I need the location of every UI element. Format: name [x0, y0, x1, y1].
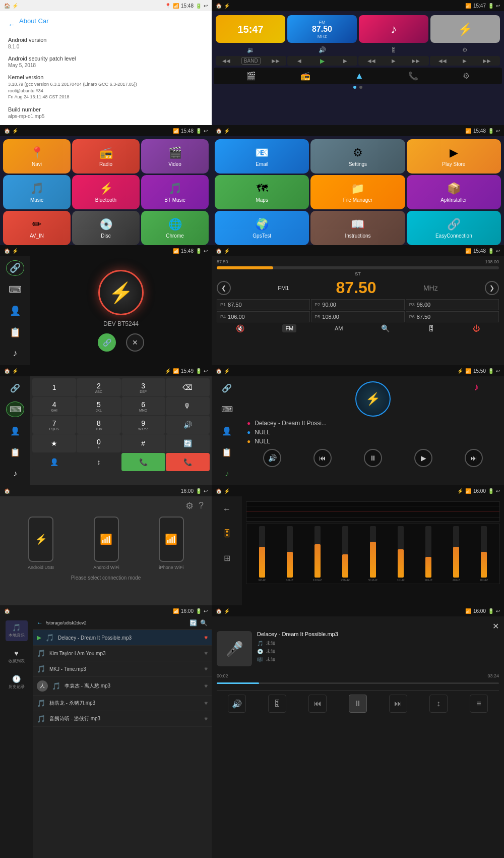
- conn-settings-btn[interactable]: ⚙: [185, 500, 194, 511]
- repeat-ctrl-btn[interactable]: ↕: [429, 695, 448, 713]
- dial-key-3[interactable]: 3DEF: [121, 378, 165, 396]
- dial-key-0[interactable]: 0+: [77, 434, 120, 452]
- power-radio-btn[interactable]: ⏻: [473, 324, 480, 332]
- playback-progress[interactable]: [217, 682, 499, 684]
- android-usb-option[interactable]: ⚡ Android USB: [28, 517, 54, 570]
- dial-key-refresh[interactable]: 🔄: [166, 434, 210, 452]
- back-button[interactable]: ←: [8, 21, 15, 29]
- eq-radio-btn[interactable]: 🎛: [428, 324, 435, 332]
- nav-film-icon[interactable]: 🎬: [246, 71, 256, 81]
- back-p8[interactable]: ↩: [496, 368, 500, 374]
- eq-back-icon[interactable]: ←: [218, 500, 236, 519]
- bluetooth-tile[interactable]: ⚡: [430, 15, 500, 43]
- next-station-btn[interactable]: ❯: [485, 281, 499, 295]
- back-p4[interactable]: ↩: [496, 128, 500, 134]
- dial-key-7[interactable]: 7PQRS: [32, 416, 76, 434]
- prev-ctrl-btn[interactable]: ⏮: [308, 695, 327, 713]
- dial-contacts-icon[interactable]: 👤: [6, 423, 24, 438]
- dial-key-1[interactable]: 1: [32, 378, 76, 396]
- volume-ctrl-btn[interactable]: 🔊: [228, 695, 246, 713]
- eq-bar-256hz[interactable]: 256HZ: [332, 526, 358, 582]
- bt-next-btn[interactable]: ⏭: [465, 449, 483, 467]
- back-p10[interactable]: ↩: [496, 488, 500, 494]
- more-ctrl-btn[interactable]: ≡: [470, 695, 488, 713]
- dial-link-icon[interactable]: 🔗: [6, 380, 24, 395]
- track-2-heart[interactable]: ♥: [204, 650, 208, 657]
- home-icon-p9[interactable]: 🏠: [4, 488, 10, 494]
- nav-settings-icon[interactable]: ⚙: [463, 71, 470, 81]
- eq-bar-2khz[interactable]: 2KHZ: [415, 526, 442, 582]
- bt-music-icon[interactable]: ♪: [6, 346, 24, 361]
- mute-btn[interactable]: 🔇: [236, 324, 244, 332]
- track-5[interactable]: 🎵 杨浩龙 - 杀猪刀.mp3 ♥: [33, 696, 212, 711]
- preset-p4[interactable]: P4 106.00: [217, 311, 310, 322]
- track-4-heart[interactable]: ♥: [204, 682, 208, 690]
- bt-link-icon[interactable]: 🔗: [6, 260, 24, 276]
- eq-bar-32hz[interactable]: 32HZ: [248, 526, 275, 582]
- nav-home-icon[interactable]: ▲: [355, 71, 364, 81]
- preset-p5[interactable]: P5 108.00: [311, 311, 404, 322]
- back-p12[interactable]: ↩: [496, 608, 500, 614]
- fm-mode-btn[interactable]: FM: [282, 324, 296, 332]
- power-btn[interactable]: ◀◀ ▶ ▶▶: [430, 56, 500, 66]
- dial-key-9[interactable]: 9WXYZ: [121, 416, 165, 434]
- fm-tile[interactable]: FM 87.50 MHz: [287, 15, 357, 43]
- app-gpstest[interactable]: 🌍 GpsTest: [215, 211, 309, 245]
- bt-history-icon[interactable]: 📋: [6, 324, 24, 339]
- bt-disconnect-btn[interactable]: ✕: [126, 333, 144, 352]
- btm-link-icon[interactable]: 🔗: [218, 380, 236, 395]
- preset-p6[interactable]: P6 87.50: [406, 311, 499, 322]
- bt-vol-btn[interactable]: 🔊: [263, 449, 281, 467]
- dial-key-mic[interactable]: 🎙: [166, 397, 210, 415]
- refresh-btn[interactable]: 🔄: [190, 619, 197, 626]
- dial-key-8[interactable]: 8TUV: [77, 416, 120, 434]
- dial-key-star[interactable]: ★: [32, 434, 76, 452]
- home-icon-p11[interactable]: 🏠: [4, 608, 10, 614]
- history-tab[interactable]: 🕐 历史记录: [6, 672, 28, 693]
- app-maps[interactable]: 🗺 Maps: [215, 175, 309, 209]
- search-music-btn[interactable]: 🔍: [200, 619, 208, 626]
- seek-bar[interactable]: [217, 266, 499, 269]
- app-easyconnection[interactable]: 🔗 EasyConnection: [407, 211, 501, 245]
- btm-music-icon[interactable]: ♪: [218, 466, 236, 481]
- home-icon-p7[interactable]: 🏠: [4, 368, 10, 374]
- eq-bar-8khz[interactable]: 8KHZ: [471, 526, 497, 582]
- home-icon-p6[interactable]: 🏠: [216, 248, 222, 254]
- dial-end-btn[interactable]: 📞: [166, 453, 210, 471]
- home-icon-p10[interactable]: 🏠: [216, 488, 222, 494]
- bt-play-btn[interactable]: ▶: [414, 449, 432, 467]
- iphone-wifi-option[interactable]: 📶 iPhone WiFi: [159, 517, 184, 570]
- prev-station-btn[interactable]: ❮: [217, 281, 231, 295]
- dial-history-icon[interactable]: 📋: [6, 444, 24, 460]
- back-p3[interactable]: ↩: [204, 128, 208, 134]
- dial-key-transfer[interactable]: ↕: [77, 453, 120, 471]
- back-p7[interactable]: ↩: [204, 368, 208, 374]
- track-4[interactable]: 人 🎵 李袁杰 - 离人愁.mp3 ♥: [33, 677, 212, 696]
- next-track-btn[interactable]: ◀◀ ▶ ▶▶: [358, 56, 429, 66]
- music-tile[interactable]: ♪: [359, 15, 428, 43]
- nav-radio-icon[interactable]: 📻: [300, 71, 310, 81]
- dial-keypad-icon[interactable]: ⌨: [6, 402, 24, 417]
- preset-p1[interactable]: P1 87.50: [217, 299, 310, 310]
- settings-btn[interactable]: ⚙: [430, 45, 500, 55]
- eq-extra-icon[interactable]: ⊞: [218, 549, 236, 567]
- track-6[interactable]: 🎵 音阙诗听 - 游侠行.mp3 ♥: [33, 711, 212, 727]
- app-avin[interactable]: ✏ AV_IN: [3, 211, 71, 245]
- eq-btn[interactable]: 🎛: [358, 45, 429, 55]
- volume-up-btn[interactable]: 🔊: [287, 45, 358, 55]
- home-icon-p5[interactable]: 🏠: [4, 248, 10, 254]
- app-instructions[interactable]: 📖 Instructions: [310, 211, 405, 245]
- bt-prev-btn[interactable]: ⏮: [313, 449, 332, 467]
- track-3-heart[interactable]: ♥: [204, 665, 208, 672]
- android-wifi-option[interactable]: 📶 Android WiFi: [93, 517, 119, 570]
- bt-contacts-icon[interactable]: 👤: [6, 303, 24, 318]
- bt-connect-btn[interactable]: 🔗: [98, 333, 116, 352]
- dial-music-icon[interactable]: ♪: [6, 466, 24, 481]
- bt-dialpad-icon[interactable]: ⌨: [6, 282, 24, 297]
- eq-ctrl-btn[interactable]: 🎛: [268, 695, 286, 713]
- home-icon[interactable]: 🏠: [4, 3, 10, 9]
- app-btmusic[interactable]: 🎵 BT Music: [141, 175, 209, 209]
- home-icon-p4[interactable]: 🏠: [216, 128, 222, 134]
- app-email[interactable]: 📧 Email: [215, 139, 309, 174]
- app-bluetooth[interactable]: ⚡ Bluetooth: [72, 175, 140, 209]
